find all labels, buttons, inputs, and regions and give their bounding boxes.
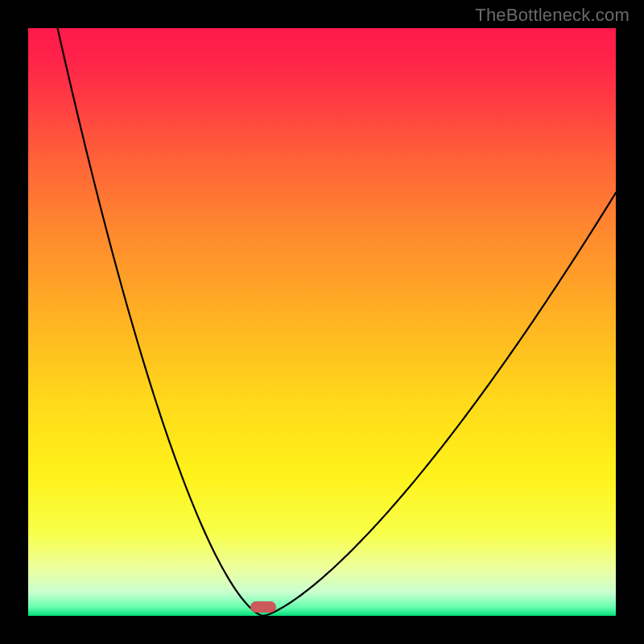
chart-plot-area: [28, 28, 616, 616]
watermark-label: TheBottleneck.com: [475, 5, 630, 26]
chart-svg: [28, 28, 616, 616]
chart-outer-frame: TheBottleneck.com: [0, 0, 644, 644]
optimum-marker: [250, 601, 276, 613]
chart-background-gradient: [28, 28, 616, 616]
